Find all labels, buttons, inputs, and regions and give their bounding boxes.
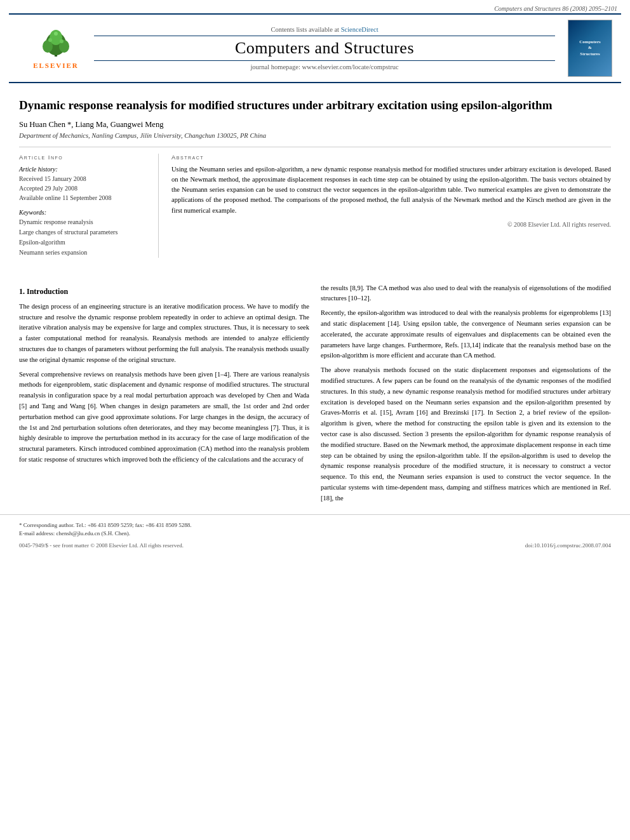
right-para-2: Recently, the epsilon-algorithm was intr… — [321, 308, 611, 361]
body-right-column: the results [8,9]. The CA method was als… — [321, 283, 611, 508]
article-info-box: Article Info Article history: Received 1… — [19, 154, 159, 258]
sciencedirect-line: Contents lists available at ScienceDirec… — [94, 26, 555, 33]
journal-cover-image: Computers&Structures — [568, 20, 612, 77]
right-para-1: the results [8,9]. The CA method was als… — [321, 283, 611, 305]
accepted-date: Accepted 29 July 2008 — [19, 183, 149, 193]
body-columns: 1. Introduction The design process of an… — [0, 283, 630, 508]
keywords-label: Keywords: — [19, 209, 149, 216]
article-header: Dynamic response reanalysis for modified… — [0, 83, 630, 277]
keyword-3: Epsilon-algorithm — [19, 237, 149, 248]
keywords-list: Dynamic response reanalysis Large change… — [19, 217, 149, 258]
banner-right: Computers&Structures — [555, 20, 612, 77]
article-authors: Su Huan Chen *, Liang Ma, Guangwei Meng — [19, 120, 611, 130]
footer-area: * Corresponding author. Tel.: +86 431 85… — [0, 514, 630, 554]
left-para-2: Several comprehensive reviews on reanaly… — [19, 370, 309, 465]
received-date: Received 15 January 2008 — [19, 174, 149, 183]
abstract-copyright: © 2008 Elsevier Ltd. All rights reserved… — [171, 221, 611, 228]
left-para-1: The design process of an engineering str… — [19, 302, 309, 366]
info-columns: Article Info Article history: Received 1… — [19, 147, 611, 258]
elsevier-logo: ELSEVIER — [18, 27, 94, 69]
article-title: Dynamic response reanalysis for modified… — [19, 97, 611, 114]
footer-bottom: 0045-7949/$ - see front matter © 2008 El… — [19, 542, 611, 549]
footnote-email: E-mail address: chensh@jlu.edu.cn (S.H. … — [19, 530, 611, 538]
banner-left: ELSEVIER — [18, 27, 94, 69]
journal-ref-bar: Computers and Structures 86 (2008) 2095–… — [0, 0, 630, 13]
banner-center: Contents lists available at ScienceDirec… — [94, 26, 555, 70]
journal-homepage: journal homepage: www.elsevier.com/locat… — [94, 63, 555, 70]
keyword-1: Dynamic response reanalysis — [19, 217, 149, 227]
svg-point-6 — [48, 38, 52, 42]
sciencedirect-link[interactable]: ScienceDirect — [341, 26, 379, 33]
banner-divider-top — [94, 36, 555, 36]
article-info-title: Article Info — [19, 154, 149, 161]
cover-text: Computers&Structures — [579, 39, 600, 57]
body-left-column: 1. Introduction The design process of an… — [19, 283, 309, 508]
right-para-3: The above reanalysis methods focused on … — [321, 365, 611, 503]
homepage-text: journal homepage: www.elsevier.com/locat… — [250, 63, 398, 70]
footer-doi: doi:10.1016/j.compstruc.2008.07.004 — [525, 542, 611, 549]
page: Computers and Structures 86 (2008) 2095–… — [0, 0, 630, 840]
available-date: Available online 11 September 2008 — [19, 193, 149, 203]
svg-point-8 — [54, 32, 58, 36]
footnote-star: * Corresponding author. Tel.: +86 431 85… — [19, 521, 611, 530]
journal-banner: ELSEVIER Contents lists available at Sci… — [9, 13, 621, 83]
svg-point-7 — [60, 39, 64, 43]
email-value: chensh@jlu.edu.cn (S.H. Chen). — [56, 530, 130, 537]
abstract-title: Abstract — [171, 154, 611, 161]
article-affiliation: Department of Mechanics, Nanling Campus,… — [19, 132, 611, 139]
keyword-2: Large changes of structural parameters — [19, 227, 149, 237]
banner-divider-bottom — [94, 60, 555, 61]
footer-copyright: 0045-7949/$ - see front matter © 2008 El… — [19, 542, 184, 549]
journal-ref: Computers and Structures 86 (2008) 2095–… — [494, 5, 617, 12]
journal-title: Computers and Structures — [94, 39, 555, 58]
elsevier-wordmark: ELSEVIER — [33, 62, 79, 69]
email-label: E-mail address: — [19, 530, 55, 537]
abstract-box: Abstract Using the Neumann series and ep… — [171, 154, 611, 258]
elsevier-tree-icon — [36, 27, 76, 60]
section1-heading: 1. Introduction — [19, 286, 309, 298]
history-label: Article history: — [19, 166, 149, 173]
keyword-4: Neumann series expansion — [19, 248, 149, 258]
abstract-text: Using the Neumann series and epsilon-alg… — [171, 164, 611, 216]
sciencedirect-prefix: Contents lists available at — [271, 26, 339, 33]
